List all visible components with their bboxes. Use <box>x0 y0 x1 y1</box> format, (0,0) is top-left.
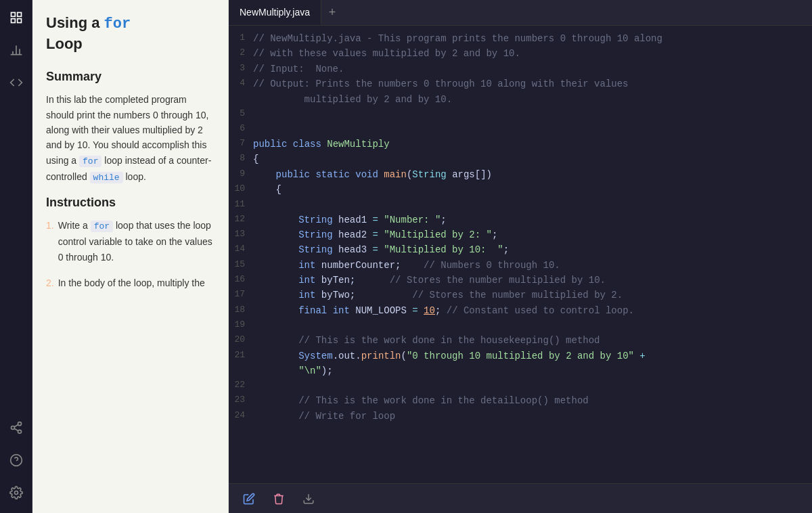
code-editor[interactable]: 1 // NewMultiply.java - This program pri… <box>229 26 812 483</box>
svg-rect-0 <box>11 13 15 17</box>
code-line-2: 2 // with these values multiplied by 2 a… <box>229 46 812 61</box>
bottom-toolbar <box>229 483 812 513</box>
bottom-icons <box>7 418 26 513</box>
trash-button[interactable] <box>269 489 288 508</box>
summary-heading: Summary <box>46 70 215 84</box>
code-line-4b: multiplied by 2 and by 10. <box>229 92 812 107</box>
code-line-13: 13 String head2 = "Multiplied by 2: "; <box>229 227 812 242</box>
code-line-10: 10 { <box>229 182 812 197</box>
code-line-4: 4 // Output: Prints the numbers 0 throug… <box>229 76 812 91</box>
code-line-15: 15 int numberCounter; // Numbers 0 throu… <box>229 258 812 273</box>
code-line-24: 24 // Write for loop <box>229 409 812 424</box>
svg-point-10 <box>18 430 21 433</box>
download-button[interactable] <box>299 489 318 508</box>
code-line-19: 19 <box>229 318 812 333</box>
svg-point-9 <box>11 426 14 430</box>
svg-point-8 <box>18 422 21 426</box>
while-inline-code: while <box>90 172 123 183</box>
code-line-23: 23 // This is the work done in the detai… <box>229 393 812 408</box>
tab-label: NewMultiply.java <box>240 7 310 18</box>
code-icon[interactable] <box>7 73 26 92</box>
code-line-9: 9 public static void main(String args[]) <box>229 167 812 182</box>
code-line-12: 12 String head1 = "Number: "; <box>229 213 812 227</box>
code-line-20: 20 // This is the work done in the house… <box>229 333 812 348</box>
chart-icon[interactable] <box>7 41 26 60</box>
share-icon[interactable] <box>7 418 26 437</box>
for-inline-code: for <box>79 156 102 167</box>
summary-text: In this lab the completed program should… <box>46 92 215 185</box>
code-line-5: 5 <box>229 107 812 122</box>
page-title: Using a for Loop <box>46 14 215 53</box>
instructions-heading: Instructions <box>46 196 215 210</box>
tab-newmultiply[interactable]: NewMultiply.java <box>229 0 321 25</box>
code-line-1: 1 // NewMultiply.java - This program pri… <box>229 31 812 46</box>
svg-rect-3 <box>17 19 21 23</box>
pencil-button[interactable] <box>240 489 258 508</box>
code-line-22: 22 <box>229 378 812 393</box>
code-line-21: 21 System.out.println("0 through 10 mult… <box>229 349 812 363</box>
svg-rect-2 <box>11 19 15 23</box>
icon-sidebar <box>0 0 32 513</box>
code-line-8: 8 { <box>229 152 812 166</box>
code-line-11: 11 <box>229 198 812 213</box>
title-for-keyword: for <box>104 16 131 32</box>
top-icons <box>7 8 26 405</box>
code-line-16: 16 int byTen; // Stores the number multi… <box>229 273 812 288</box>
tab-add-button[interactable]: + <box>321 0 343 25</box>
svg-line-12 <box>14 424 18 426</box>
svg-line-11 <box>14 428 18 430</box>
svg-rect-1 <box>17 13 21 17</box>
code-line-18: 18 final int NUM_LOOPS = 10; // Constant… <box>229 303 812 318</box>
for-keyword-inline: for <box>91 221 113 232</box>
code-line-21b: "\n"); <box>229 363 812 378</box>
code-line-3: 3 // Input: None. <box>229 62 812 76</box>
content-panel: Using a for Loop Summary In this lab the… <box>32 0 229 513</box>
tab-bar: NewMultiply.java + <box>229 0 812 26</box>
svg-point-15 <box>14 491 18 495</box>
editor-area: NewMultiply.java + 1 // NewMultiply.java… <box>229 0 812 513</box>
list-item: 2. In the body of the loop, multiply the <box>46 275 215 290</box>
code-line-17: 17 int byTwo; // Stores the number multi… <box>229 288 812 303</box>
help-icon[interactable] <box>7 451 26 470</box>
instructions-list: 1. Write a for loop that uses the loop c… <box>46 218 215 290</box>
home-icon[interactable] <box>7 8 26 27</box>
code-line-7: 7 public class NewMultiply <box>229 137 812 152</box>
settings-icon[interactable] <box>7 483 26 502</box>
list-item: 1. Write a for loop that uses the loop c… <box>46 218 215 265</box>
code-line-14: 14 String head3 = "Multiplied by 10: "; <box>229 242 812 257</box>
code-line-6: 6 <box>229 122 812 137</box>
